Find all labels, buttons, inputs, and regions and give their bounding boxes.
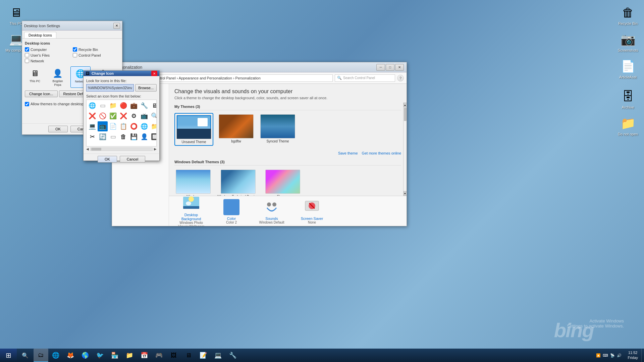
ci-icon-17[interactable]: ⚙ — [129, 111, 139, 121]
taskbar-item-app6[interactable]: 🔧 — [225, 349, 240, 362]
ci-icon-6[interactable]: 📺 — [98, 121, 108, 131]
theme-synced-thumb — [260, 114, 295, 138]
desktop-icon-donotopen[interactable]: 📁 Do not open — [614, 114, 641, 137]
ci-icon-25[interactable]: 🔍 — [150, 111, 157, 121]
change-icon-button[interactable]: Change Icon... — [25, 90, 58, 97]
ci-icon-3[interactable]: ✂ — [87, 132, 97, 142]
taskbar-item-steam[interactable]: 🎮 — [152, 349, 166, 362]
dis-close-button[interactable]: ✕ — [113, 23, 120, 29]
ci-icon-19[interactable]: 💾 — [129, 132, 139, 142]
show-desktop-button[interactable] — [641, 349, 644, 362]
ci-icon-22[interactable]: 🌐 — [139, 121, 149, 131]
ci-icon-23[interactable]: 👤 — [139, 132, 149, 142]
dis-ok-button[interactable]: OK — [48, 126, 68, 132]
scroll-up-arrow[interactable]: ▲ — [404, 103, 407, 107]
minimize-button[interactable]: ─ — [376, 64, 385, 71]
get-more-themes-link[interactable]: Get more themes online — [362, 151, 401, 155]
desktop-icon-archive[interactable]: 🗄 Archive — [614, 87, 641, 111]
taskbar-item-store[interactable]: 🏪 — [107, 349, 122, 362]
ci-icon-11[interactable]: ▭ — [108, 132, 118, 142]
ci-icon-15[interactable]: 🗑 — [118, 132, 128, 142]
ci-browse-button[interactable]: Browse... — [135, 84, 157, 92]
my-themes-header: My Themes (3) — [174, 103, 401, 110]
taskbar-item-twitter[interactable]: 🐦 — [93, 349, 107, 362]
checkbox-computer[interactable]: Computer — [25, 47, 71, 52]
ci-icon-21[interactable]: 📺 — [139, 111, 149, 121]
ci-icon-20[interactable]: 🔧 — [139, 101, 149, 111]
ci-icon-8[interactable]: 📁 — [108, 101, 118, 111]
dis-icon-bogdan-popa[interactable]: 👤 Bogdan Popa — [48, 66, 68, 88]
taskbar-item-calendar[interactable]: 📅 — [137, 349, 152, 362]
ci-icon-9[interactable]: ✅ — [108, 111, 118, 121]
search-control-panel[interactable]: 🔍 Search Control Panel — [335, 74, 395, 82]
ci-scroll-right[interactable]: ▶ — [154, 147, 157, 151]
bottom-sounds[interactable]: Sounds Windows Default — [255, 198, 288, 224]
maximize-button[interactable]: □ — [386, 64, 394, 71]
taskbar-item-ie[interactable]: 🌐 — [48, 349, 63, 362]
taskbar-item-file-explorer[interactable]: 🗂 — [34, 349, 48, 362]
themes-scrollbar[interactable]: ▲ ▼ — [403, 103, 407, 196]
ci-close-button[interactable]: ✕ — [151, 71, 157, 76]
ci-icon-2[interactable]: 💻 — [87, 121, 97, 131]
ci-icons-grid[interactable]: 🌐 ❌ 💻 ✂ ▭ 🚫 📺 🔄 📁 ✅ 📄 ▭ 🔴 ❌ 📋 🗑 💼 ⚙ ⭕ — [86, 100, 157, 146]
checkbox-recycle-bin[interactable]: Recycle Bin — [73, 47, 119, 52]
desktop-icon-recycle-bin[interactable]: 🗑 Recycle Bin — [614, 3, 641, 27]
ci-icon-0[interactable]: 🌐 — [87, 101, 97, 111]
help-button[interactable]: ? — [397, 75, 404, 81]
taskbar-item-app5[interactable]: 💻 — [211, 349, 225, 362]
tray-overflow-icon[interactable]: 🔼 — [596, 353, 601, 358]
dis-tab-desktop-icons[interactable]: Desktop Icons — [24, 32, 56, 38]
ci-icon-24[interactable]: 🖥 — [150, 101, 157, 111]
ci-icon-13[interactable]: ❌ — [118, 111, 128, 121]
taskbar-item-chrome[interactable]: 🌎 — [78, 349, 93, 362]
theme-windows[interactable]: Windows — [174, 168, 212, 196]
taskbar-search-button[interactable]: 🔍 — [17, 349, 34, 362]
ci-icon-4[interactable]: ▭ — [98, 101, 108, 111]
ci-icon-26[interactable]: 📁 — [150, 121, 157, 131]
checkbox-control-panel[interactable]: Control Panel — [73, 53, 119, 57]
ci-icon-7[interactable]: 🔄 — [98, 132, 108, 142]
save-theme-link[interactable]: Save theme — [338, 151, 358, 155]
ci-icon-5[interactable]: 🚫 — [98, 111, 108, 121]
ci-icon-10[interactable]: 📄 — [108, 121, 118, 131]
theme-flowers[interactable]: Flowers — [264, 168, 302, 196]
ci-scroll-left[interactable]: ◀ — [86, 147, 89, 151]
ci-cancel-button[interactable]: Cancel — [120, 156, 145, 163]
checkbox-network[interactable]: Network — [25, 59, 71, 63]
ci-icon-27[interactable]: 🔲 — [150, 132, 157, 142]
address-path[interactable]: Control Panel › Appearance and Personali… — [151, 74, 333, 82]
theme-unsaved[interactable]: Unsaved Theme — [174, 113, 213, 146]
dis-icon-this-pc[interactable]: 🖥 This PC — [25, 66, 45, 88]
bottom-screen-saver[interactable]: Screen Saver None — [295, 198, 329, 224]
tray-volume-icon[interactable]: 🔊 — [617, 353, 622, 358]
close-button[interactable]: ✕ — [395, 64, 404, 71]
themes-scroll[interactable]: My Themes (3) Unsaved Theme — [169, 103, 403, 196]
scroll-down-arrow[interactable]: ▼ — [404, 191, 407, 196]
theme-wtp[interactable]: Windows Technical Preview — [216, 168, 260, 196]
ci-icon-14[interactable]: 📋 — [118, 121, 128, 131]
ci-icon-1[interactable]: ❌ — [87, 111, 97, 121]
tray-keyboard-icon[interactable]: ⌨ — [603, 353, 608, 358]
taskbar-item-app2[interactable]: 🖥 — [181, 349, 196, 362]
taskbar-item-folder[interactable]: 📁 — [122, 349, 137, 362]
desktop-icon-articleasst[interactable]: 📄 ArticleAsst — [614, 57, 641, 80]
desktop-icon-screenshots[interactable]: 📷 Screenshots — [614, 30, 641, 54]
ci-icon-12[interactable]: 🔴 — [118, 101, 128, 111]
bottom-desktop-bg[interactable]: Desktop Background Windows Photo Viewer … — [174, 194, 208, 226]
taskbar-clock[interactable]: 11:52 Friday — [624, 350, 641, 361]
theme-synced[interactable]: Synced Theme — [259, 113, 297, 146]
taskbar-item-word[interactable]: 📝 — [196, 349, 211, 362]
ci-file-input[interactable] — [86, 84, 134, 92]
theme-bgdftw[interactable]: bgdftw — [217, 113, 255, 146]
start-button[interactable]: ⊞ — [0, 349, 17, 362]
scroll-thumb[interactable] — [404, 108, 407, 121]
bottom-color[interactable]: Color Color 2 — [215, 198, 248, 224]
ci-ok-button[interactable]: OK — [98, 156, 117, 163]
taskbar-item-app1[interactable]: 🖼 — [166, 349, 181, 362]
ci-icon-18[interactable]: ⭕ — [129, 121, 139, 131]
scroll-track[interactable] — [404, 107, 407, 191]
ci-icon-16[interactable]: 💼 — [129, 101, 139, 111]
tray-network-icon[interactable]: 📡 — [610, 353, 615, 358]
checkbox-users-files[interactable]: User's Files — [25, 53, 71, 57]
taskbar-item-firefox[interactable]: 🦊 — [63, 349, 78, 362]
